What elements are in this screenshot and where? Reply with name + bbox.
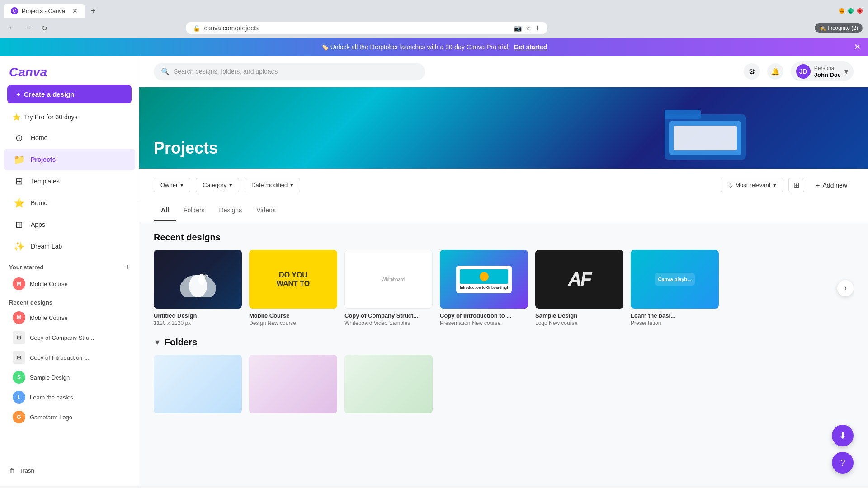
category-filter-label: Category bbox=[203, 182, 226, 188]
recent-item-mobile-course[interactable]: M Mobile Course bbox=[4, 308, 135, 328]
card-thumbnail: Whiteboard bbox=[344, 250, 433, 309]
recent-item-company-stru[interactable]: ⊞ Copy of Company Stru... bbox=[4, 328, 135, 347]
recent-item-sample-design[interactable]: S Sample Design bbox=[4, 367, 135, 387]
design-card-mobile-course[interactable]: ☆ ⋯ DO YOU WANT TO Mobile Course Design … bbox=[249, 250, 337, 326]
sidebar-item-dreamlab[interactable]: ✨ Dream Lab bbox=[4, 235, 135, 257]
add-starred-button[interactable]: + bbox=[125, 263, 130, 272]
design-card-company-struct[interactable]: Whiteboard Copy of Company Struct... Whi… bbox=[344, 250, 433, 326]
item-avatar: G bbox=[13, 411, 25, 423]
design-card-untitled[interactable]: Untitled Design 1120 x 1120 px bbox=[154, 250, 242, 326]
design-card-learn-basics[interactable]: Canva playb... Learn the basi... Present… bbox=[631, 250, 719, 326]
svg-rect-3 bbox=[674, 126, 737, 150]
create-icon: + bbox=[16, 90, 20, 98]
folder-thumb[interactable] bbox=[249, 355, 337, 413]
try-pro-label: Try Pro for 30 days bbox=[24, 113, 78, 121]
more-action-button[interactable]: ⋯ bbox=[321, 253, 334, 266]
sidebar-item-label: Dream Lab bbox=[31, 243, 62, 250]
new-tab-button[interactable]: + bbox=[87, 5, 99, 17]
date-filter[interactable]: Date modified ▾ bbox=[245, 178, 300, 192]
sidebar-item-label: Home bbox=[31, 134, 47, 141]
sidebar-item-label: Brand bbox=[31, 199, 47, 206]
minimize-button[interactable]: — bbox=[839, 8, 844, 14]
card-thumbnail: Introduction to Onboarding! bbox=[440, 250, 528, 309]
sidebar-item-projects[interactable]: 📁 Projects bbox=[4, 149, 135, 170]
sidebar-item-home[interactable]: ⊙ Home bbox=[4, 127, 135, 149]
folder-thumb[interactable] bbox=[154, 355, 242, 413]
banner-close-button[interactable]: ✕ bbox=[854, 42, 861, 52]
sidebar-item-brand[interactable]: ⭐ Brand bbox=[4, 192, 135, 214]
sort-button[interactable]: ⇅ Most relevant ▾ bbox=[721, 178, 783, 192]
card-title: Untitled Design bbox=[154, 312, 242, 319]
scroll-right-button[interactable]: › bbox=[837, 280, 854, 296]
card-title: Copy of Introduction to ... bbox=[440, 312, 528, 319]
owner-filter[interactable]: Owner ▾ bbox=[154, 178, 190, 192]
download-fab[interactable]: ⬇ bbox=[832, 425, 854, 446]
card-title: Sample Design bbox=[535, 312, 623, 319]
settings-button[interactable]: ⚙ bbox=[744, 63, 760, 80]
content-area: Recent designs Untitled bbox=[139, 221, 868, 337]
add-new-button[interactable]: + Add new bbox=[810, 178, 854, 192]
starred-item-label: Mobile Course bbox=[30, 281, 68, 287]
add-icon: + bbox=[816, 182, 820, 189]
incognito-icon: 🕵 bbox=[819, 25, 826, 31]
sort-label: Most relevant bbox=[735, 182, 770, 188]
apps-icon: ⊞ bbox=[13, 218, 25, 231]
folders-grid bbox=[154, 355, 854, 413]
hero-decoration bbox=[656, 96, 755, 160]
starred-item-mobile-course[interactable]: M Mobile Course bbox=[4, 274, 135, 294]
tab-videos[interactable]: Videos bbox=[249, 200, 283, 221]
view-toggle-button[interactable]: ⊞ bbox=[788, 178, 804, 192]
help-fab[interactable]: ? bbox=[832, 452, 854, 474]
browser-tab[interactable]: C Projects - Canva ✕ bbox=[4, 4, 85, 18]
download-icon[interactable]: ⬇ bbox=[535, 24, 540, 32]
folder-thumb[interactable] bbox=[344, 355, 433, 413]
search-bar[interactable]: 🔍 Search designs, folders, and uploads bbox=[154, 63, 425, 80]
tab-close-btn[interactable]: ✕ bbox=[72, 7, 78, 14]
trash-label: Trash bbox=[19, 467, 34, 474]
forward-button[interactable]: → bbox=[22, 22, 34, 34]
try-pro-button[interactable]: ⭐ Try Pro for 30 days bbox=[7, 111, 132, 123]
tabs-row: All Folders Designs Videos bbox=[139, 200, 868, 221]
add-new-label: Add new bbox=[823, 182, 847, 189]
card-meta: Design New course bbox=[249, 320, 337, 326]
card-title: Mobile Course bbox=[249, 312, 337, 319]
notifications-button[interactable]: 🔔 bbox=[767, 63, 783, 80]
pro-star-icon: ⭐ bbox=[13, 113, 20, 121]
trash-button[interactable]: 🗑 Trash bbox=[0, 463, 139, 479]
tab-all[interactable]: All bbox=[154, 200, 176, 221]
banner-cta[interactable]: Get started bbox=[514, 43, 547, 51]
recent-item-label: Mobile Course bbox=[30, 314, 68, 321]
chevron-down-icon: ▾ bbox=[844, 67, 848, 76]
sidebar-item-apps[interactable]: ⊞ Apps bbox=[4, 214, 135, 235]
folders-section: ▼ Folders bbox=[139, 337, 868, 424]
close-window-button[interactable]: ✕ bbox=[857, 8, 863, 14]
user-menu[interactable]: JD Personal John Doe ▾ bbox=[791, 61, 854, 81]
starred-section-header: Your starred + bbox=[0, 257, 139, 274]
user-info: Personal John Doe bbox=[814, 65, 841, 78]
back-button[interactable]: ← bbox=[5, 22, 18, 34]
create-design-button[interactable]: + Create a design bbox=[7, 85, 132, 103]
help-fab-icon: ? bbox=[840, 458, 845, 468]
design-card-sample[interactable]: AF Sample Design Logo New course bbox=[535, 250, 623, 326]
recent-item-label: Learn the basics bbox=[30, 394, 73, 401]
recent-item-learn-basics[interactable]: L Learn the basics bbox=[4, 387, 135, 407]
reload-button[interactable]: ↻ bbox=[38, 22, 51, 34]
folders-section-header[interactable]: ▼ Folders bbox=[154, 337, 854, 347]
design-card-introduction[interactable]: Introduction to Onboarding! Copy of Intr… bbox=[440, 250, 528, 326]
star-action-button[interactable]: ☆ bbox=[306, 253, 318, 266]
recent-item-label: Copy of Introduction t... bbox=[30, 354, 90, 361]
collapse-icon: ▼ bbox=[154, 338, 161, 347]
tab-designs[interactable]: Designs bbox=[212, 200, 250, 221]
star-icon[interactable]: ☆ bbox=[525, 24, 531, 32]
card-thumbnail bbox=[154, 250, 242, 309]
sidebar-logo: Canva bbox=[0, 56, 139, 85]
tab-folders[interactable]: Folders bbox=[176, 200, 212, 221]
maximize-button[interactable]: □ bbox=[848, 8, 854, 14]
sidebar-item-templates[interactable]: ⊞ Templates bbox=[4, 170, 135, 192]
address-bar[interactable]: 🔒 canva.com/projects 📷 ☆ ⬇ bbox=[186, 22, 547, 34]
hero-banner: Projects bbox=[139, 87, 868, 169]
category-filter[interactable]: Category ▾ bbox=[196, 178, 239, 192]
recent-item-introduction[interactable]: ⊞ Copy of Introduction t... bbox=[4, 347, 135, 367]
recent-item-gamefarm-logo[interactable]: G Gamefarm Logo bbox=[4, 407, 135, 427]
search-icon: 🔍 bbox=[161, 67, 170, 76]
